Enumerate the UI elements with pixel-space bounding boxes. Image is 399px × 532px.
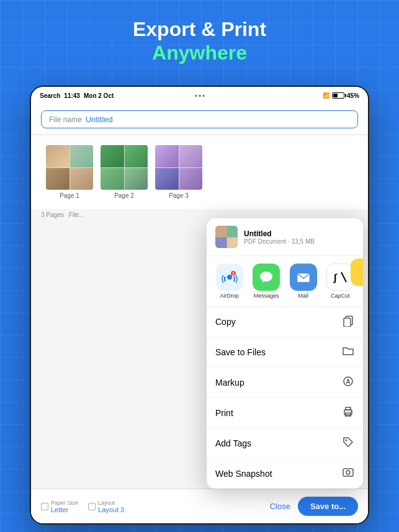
tag-icon (342, 436, 354, 451)
dot3 (202, 95, 204, 97)
web-snapshot-label: Web Snapshot (215, 469, 272, 479)
layout-checkbox[interactable] (88, 503, 96, 510)
paper-size-checkbox[interactable] (41, 503, 48, 510)
app-content: File name Untitled Page 1 (31, 104, 368, 523)
page3-photo3 (155, 168, 179, 190)
page-2-thumb (101, 145, 148, 190)
page3-photo2 (179, 145, 203, 167)
markup-label: Markup (215, 378, 244, 388)
page2-photo2 (125, 145, 148, 167)
filename-value: Untitled (86, 115, 113, 124)
wifi-icon: 📶 (323, 92, 330, 99)
menu-copy[interactable]: Copy (207, 307, 363, 337)
mail-item[interactable]: Mail (287, 264, 320, 299)
svg-rect-17 (343, 469, 353, 476)
mail-label: Mail (287, 293, 320, 299)
share-doc-meta: PDF Document · 13,5 MB (244, 238, 315, 245)
svg-rect-9 (344, 318, 351, 327)
copy-label: Copy (215, 317, 236, 327)
page-3-thumb (155, 145, 202, 190)
page-item-1[interactable]: Page 1 (46, 145, 93, 199)
share-header: Untitled PDF Document · 13,5 MB (207, 218, 363, 256)
page-1-thumb (46, 145, 93, 190)
header-section: Export & Print Anywhere (0, 17, 399, 65)
header-title: Export & Print (0, 17, 399, 41)
filename-label: File name (49, 115, 82, 124)
svg-point-18 (346, 471, 350, 474)
page2-photo4 (125, 168, 148, 190)
menu-add-tags[interactable]: Add Tags (207, 428, 363, 459)
thumb-b2 (227, 226, 238, 237)
ipad-frame: Search 11:43 Mon 2 Oct 📶 45% (30, 86, 369, 525)
print-label: Print (215, 408, 233, 418)
svg-point-0 (227, 275, 232, 280)
svg-text:1: 1 (232, 272, 235, 276)
menu-save-files[interactable]: Save to Files (207, 337, 363, 368)
page-1-label: Page 1 (46, 192, 93, 199)
layout-item[interactable]: Layout Layout 3 (88, 500, 124, 513)
page1-photo3 (46, 168, 69, 190)
svg-rect-13 (346, 407, 351, 410)
partial-icon (351, 259, 363, 286)
svg-point-16 (346, 440, 347, 441)
pages-count: 3 Pages (41, 211, 64, 218)
thumb-b3 (215, 237, 226, 249)
share-doc-thumb (215, 226, 238, 248)
copy-icon (342, 314, 354, 329)
filename-bar: File name Untitled (31, 104, 368, 135)
layout-group: Layout Layout 3 (98, 500, 124, 513)
markup-icon: A (342, 375, 354, 390)
close-button[interactable]: Close (270, 502, 290, 511)
save-button[interactable]: Save to... (298, 497, 358, 516)
svg-point-3 (260, 272, 272, 282)
page1-photo1 (46, 145, 69, 167)
app-icons-row: 1 AirDrop Messages (207, 256, 363, 307)
share-doc-info: Untitled PDF Document · 13,5 MB (244, 229, 315, 245)
messages-item[interactable]: Messages (250, 264, 284, 299)
messages-svg (258, 269, 274, 285)
share-doc-name: Untitled (244, 229, 315, 238)
battery-percent: 45% (347, 92, 359, 99)
capcut-icon: ∫ (326, 264, 354, 291)
mail-svg (295, 269, 312, 285)
snapshot-icon (342, 466, 354, 481)
layout-value: Layout 3 (98, 506, 124, 513)
paper-size-item[interactable]: Paper Size Letter (41, 500, 78, 513)
add-tags-label: Add Tags (215, 438, 251, 448)
page3-photo1 (155, 145, 179, 167)
status-left: Search 11:43 Mon 2 Oct (40, 92, 114, 99)
file-info: File... (69, 211, 84, 218)
svg-point-15 (351, 411, 352, 412)
page1-photo4 (70, 168, 94, 190)
page-item-2[interactable]: Page 2 (101, 145, 148, 199)
airdrop-label: AirDrop (213, 293, 246, 299)
dot1 (195, 95, 197, 97)
svg-text:∫: ∫ (333, 272, 338, 283)
paper-size-group: Paper Size Letter (51, 500, 78, 513)
save-files-label: Save to Files (215, 347, 266, 357)
status-date: Mon 2 Oct (84, 92, 114, 99)
menu-web-snapshot[interactable]: Web Snapshot (207, 459, 363, 489)
pages-area: Page 1 Page 2 (31, 135, 368, 209)
page1-photo2 (70, 145, 94, 167)
ipad-inner: Search 11:43 Mon 2 Oct 📶 45% (31, 87, 368, 523)
menu-print[interactable]: Print (207, 398, 363, 428)
mail-icon (290, 264, 317, 291)
status-time: 11:43 (64, 92, 80, 99)
battery-fill (333, 94, 338, 97)
airdrop-icon: 1 (216, 264, 243, 291)
toolbar-right: Close Save to... (270, 497, 358, 516)
svg-text:A: A (346, 378, 350, 385)
capcut-label: CapCut (324, 293, 357, 299)
toolbar-left: Paper Size Letter Layout Layout 3 (41, 500, 124, 513)
status-bar: Search 11:43 Mon 2 Oct 📶 45% (31, 87, 368, 104)
menu-markup[interactable]: Markup A (207, 368, 363, 398)
dot2 (199, 95, 200, 97)
airdrop-item[interactable]: 1 AirDrop (213, 264, 246, 299)
page3-photo4 (179, 168, 203, 190)
filename-input[interactable]: File name Untitled (41, 110, 358, 128)
share-sheet: Untitled PDF Document · 13,5 MB (207, 218, 363, 489)
page-item-3[interactable]: Page 3 (155, 145, 202, 199)
layout-label: Layout (98, 500, 124, 506)
folder-icon (342, 345, 354, 360)
